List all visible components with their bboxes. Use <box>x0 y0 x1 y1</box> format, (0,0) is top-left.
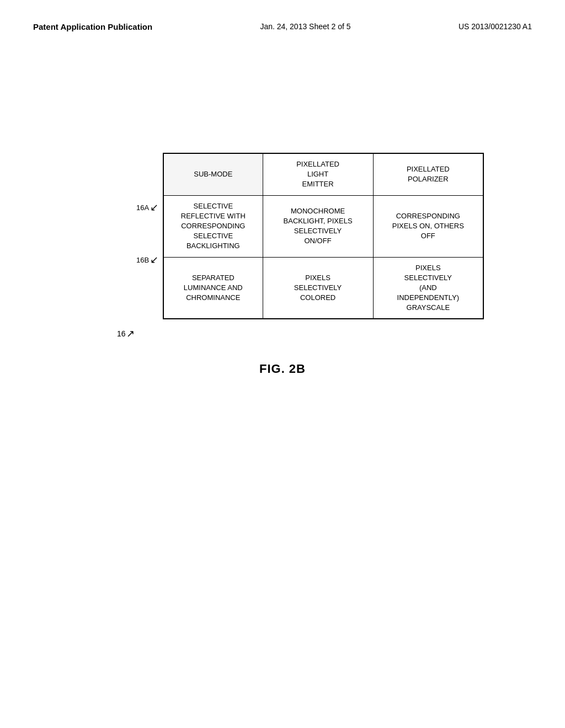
figure-label: FIG. 2B <box>259 362 306 376</box>
table-header-row: SUB-MODE PIXELLATEDLIGHTEMITTER PIXELLAT… <box>163 153 483 195</box>
label-16-text: 16 <box>117 329 126 338</box>
bottom-section: 16↗ <box>117 328 503 340</box>
cell-16a-submode: SELECTIVEREFLECTIVE WITHCORRESPONDINGSEL… <box>163 195 263 257</box>
row-labels-column: 16A↙ 16B↙ <box>136 153 158 287</box>
publication-label: Patent Application Publication <box>33 22 152 31</box>
label-16b-arrow: ↙ <box>150 254 158 266</box>
table-wrapper: SUB-MODE PIXELLATEDLIGHTEMITTER PIXELLAT… <box>163 153 484 319</box>
main-table: SUB-MODE PIXELLATEDLIGHTEMITTER PIXELLAT… <box>163 153 484 319</box>
main-content: 16A↙ 16B↙ SUB-MODE PIXELLATEDLIGHT <box>33 153 532 376</box>
date-sheet-label: Jan. 24, 2013 Sheet 2 of 5 <box>260 22 350 31</box>
page: Patent Application Publication Jan. 24, … <box>0 0 565 728</box>
col-header-light-emitter: PIXELLATEDLIGHTEMITTER <box>263 153 373 195</box>
label-16a-arrow: ↙ <box>150 201 158 213</box>
cell-16a-polarizer: CORRESPONDINGPIXELS ON, OTHERSOFF <box>373 195 483 257</box>
cell-16a-light-emitter: MONOCHROMEBACKLIGHT, PIXELSSELECTIVELYON… <box>263 195 373 257</box>
col-header-polarizer: PIXELLATEDPOLARIZER <box>373 153 483 195</box>
cell-16b-light-emitter: PIXELSSELECTIVELYCOLORED <box>263 257 373 319</box>
label-16b-text: 16B <box>136 256 149 264</box>
header: Patent Application Publication Jan. 24, … <box>33 22 532 31</box>
row-label-16a: 16A↙ <box>136 183 158 232</box>
row-label-16b: 16B↙ <box>136 232 158 287</box>
table-row-16b: SEPARATEDLUMINANCE ANDCHROMINANCE PIXELS… <box>163 257 483 319</box>
cell-16b-submode: SEPARATEDLUMINANCE ANDCHROMINANCE <box>163 257 263 319</box>
cell-16b-polarizer: PIXELSSELECTIVELY(ANDINDEPENDENTLY)GRAYS… <box>373 257 483 319</box>
label-16-bottom: 16↗ <box>117 328 135 340</box>
table-row-16a: SELECTIVEREFLECTIVE WITHCORRESPONDINGSEL… <box>163 195 483 257</box>
col-header-submode: SUB-MODE <box>163 153 263 195</box>
header-spacer <box>136 153 158 183</box>
table-container: 16A↙ 16B↙ SUB-MODE PIXELLATEDLIGHT <box>136 153 484 319</box>
label-16-arrow: ↗ <box>126 328 135 340</box>
patent-number-label: US 2013/0021230 A1 <box>459 22 532 31</box>
label-16a-text: 16A <box>136 204 149 212</box>
